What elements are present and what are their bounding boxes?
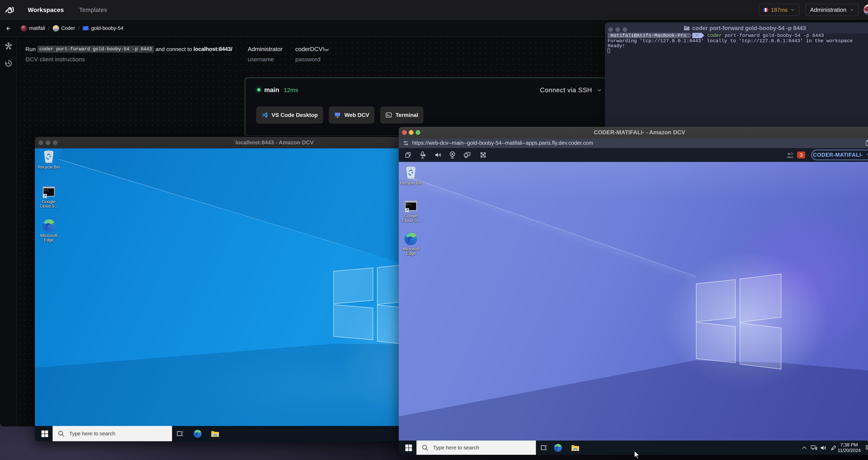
svg-text:C:\_: C:\_ — [44, 189, 50, 192]
svg-text:C:\_: C:\_ — [406, 203, 412, 206]
